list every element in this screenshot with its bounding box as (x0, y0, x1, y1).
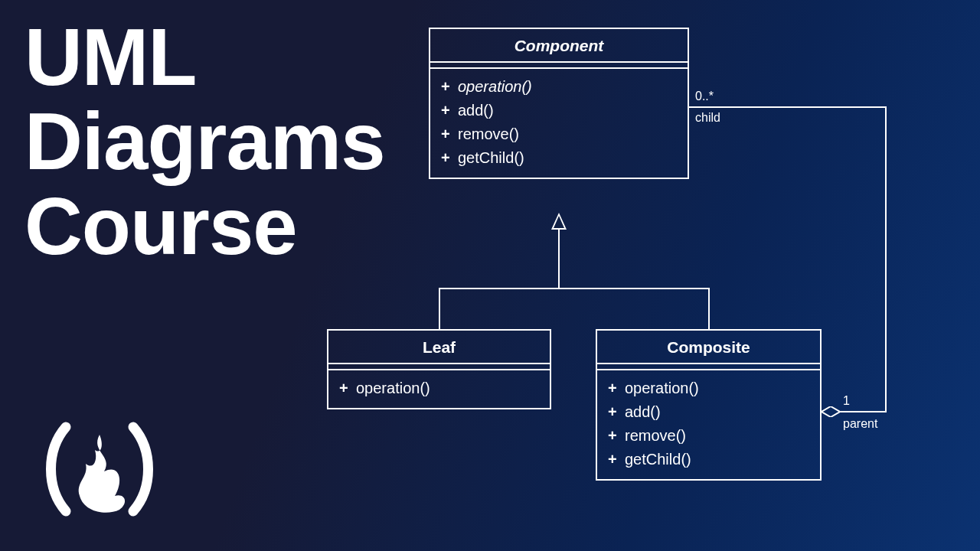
operation-row: +getChild() (441, 146, 688, 170)
role-label: parent (843, 416, 877, 432)
title-line-1: UML (24, 15, 385, 99)
role-label: child (695, 110, 720, 126)
attributes-compartment (597, 364, 820, 370)
operation-row: +remove() (608, 424, 820, 448)
connector-line (689, 106, 887, 108)
multiplicity-label: 0..* (695, 89, 714, 104)
operations-compartment: +operation() (328, 370, 550, 408)
operation-row: +remove() (441, 122, 688, 146)
brand-logo (31, 419, 168, 522)
connector-line (885, 106, 887, 412)
attributes-compartment (430, 63, 688, 69)
connector-line (840, 411, 887, 412)
fire-icon (31, 419, 168, 519)
operations-compartment: +operation() +add() +remove() +getChild(… (597, 370, 820, 479)
class-component: Component +operation() +add() +remove() … (429, 28, 689, 179)
operation-row: +add() (441, 99, 688, 122)
operation-row: +operation() (339, 377, 550, 400)
class-composite: Composite +operation() +add() +remove() … (596, 329, 822, 481)
attributes-compartment (328, 364, 550, 370)
class-name: Composite (597, 331, 820, 364)
course-title: UML Diagrams Course (24, 15, 385, 269)
class-leaf: Leaf +operation() (327, 329, 551, 409)
connector-line (708, 288, 710, 329)
title-line-2: Diagrams (24, 99, 385, 184)
generalization-arrowhead (551, 213, 567, 230)
title-line-3: Course (24, 184, 385, 269)
class-name: Leaf (328, 331, 550, 364)
connector-line (439, 288, 710, 289)
connector-line (558, 230, 560, 289)
class-name: Component (430, 29, 688, 63)
operation-row: +getChild() (608, 448, 820, 471)
aggregation-diamond (822, 406, 840, 417)
svg-marker-0 (822, 406, 840, 417)
multiplicity-label: 1 (843, 393, 850, 409)
operations-compartment: +operation() +add() +remove() +getChild(… (430, 69, 688, 178)
operation-row: +operation() (608, 377, 820, 400)
operation-row: +operation() (441, 75, 688, 99)
connector-line (439, 288, 440, 329)
operation-row: +add() (608, 400, 820, 424)
